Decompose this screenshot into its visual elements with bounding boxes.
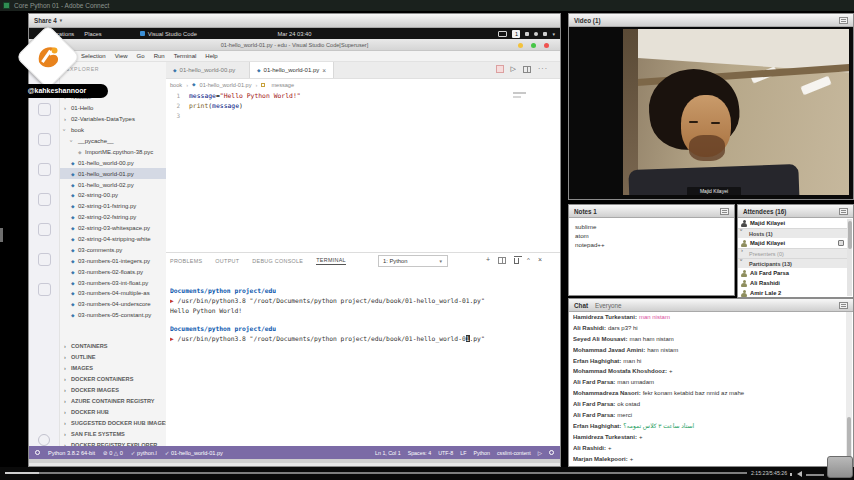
- scrollbar-thumb[interactable]: [848, 221, 852, 249]
- attendee-row[interactable]: Majid Kilayei: [738, 238, 847, 248]
- tree-item[interactable]: 02-Variables-DataTypes: [60, 114, 166, 125]
- kill-terminal-icon[interactable]: [514, 258, 519, 264]
- gear-icon[interactable]: [38, 434, 50, 446]
- search-icon[interactable]: [38, 133, 51, 146]
- speaker-icon[interactable]: [797, 471, 802, 477]
- tree-item[interactable]: 01-hello_world-01.py: [60, 168, 166, 179]
- remote-explorer-icon[interactable]: [38, 283, 51, 296]
- sync-icon[interactable]: [35, 450, 40, 455]
- code-line[interactable]: 2print(message): [166, 101, 520, 111]
- tree-item[interactable]: 01-Hello: [60, 103, 166, 114]
- tree-item[interactable]: 02-string-04-stripping-white: [60, 234, 166, 245]
- menu-item[interactable]: Terminal: [174, 53, 197, 59]
- corner-control-button[interactable]: [827, 456, 853, 478]
- editor-tab[interactable]: ◆ 01-hello_world-00.py ×: [166, 62, 250, 78]
- sidebar-section-header[interactable]: DOCKER REGISTRY EXPLORER: [60, 439, 166, 446]
- maximize-button[interactable]: [531, 43, 536, 48]
- network-icon[interactable]: [525, 32, 529, 36]
- close-button[interactable]: [544, 43, 549, 48]
- attendee-row[interactable]: Hosts (1): [738, 228, 847, 238]
- close-icon[interactable]: ×: [322, 67, 326, 74]
- tree-item[interactable]: ImportME.cpython-38.pyc: [60, 146, 166, 157]
- volume-icon[interactable]: [534, 32, 538, 36]
- collapsed-pod-handle[interactable]: [0, 228, 3, 242]
- diff-icon[interactable]: [496, 65, 504, 73]
- attendee-row[interactable]: Presenters (0): [738, 248, 847, 258]
- tree-item[interactable]: 03-numbers-05-constant.py: [60, 310, 166, 321]
- menu-item[interactable]: Selection: [81, 53, 106, 59]
- tree-item[interactable]: 02-string-02-fstring.py: [60, 212, 166, 223]
- split-editor-icon[interactable]: [523, 66, 531, 73]
- file-task-indicator[interactable]: ✓ 01-hello_world-01.py: [165, 450, 223, 456]
- extensions-icon[interactable]: [38, 223, 51, 236]
- minimap[interactable]: [513, 96, 521, 98]
- editor-tab[interactable]: ◆ 01-hello_world-01.py ×: [250, 62, 334, 78]
- maximize-panel-icon[interactable]: ^: [527, 256, 530, 264]
- notifications-icon[interactable]: [549, 450, 554, 455]
- new-terminal-icon[interactable]: +: [486, 256, 490, 264]
- source-control-icon[interactable]: [38, 163, 51, 176]
- close-panel-icon[interactable]: ×: [538, 256, 542, 264]
- share-pod-header[interactable]: Share 4 ▾: [29, 14, 560, 28]
- sidebar-section-header[interactable]: DOCKER CONTAINERS: [60, 373, 166, 384]
- sidebar-section-header[interactable]: IMAGES: [60, 362, 166, 373]
- tree-item[interactable]: 03-numbers-04-underscore: [60, 299, 166, 310]
- minimize-button[interactable]: [518, 43, 523, 48]
- feedback-icon[interactable]: ▷: [538, 450, 542, 456]
- sidebar-section-header[interactable]: AZURE CONTAINER REGISTRY: [60, 395, 166, 406]
- notes-pod-header[interactable]: Notes 1: [569, 205, 734, 218]
- seek-bar[interactable]: [5, 472, 747, 474]
- tree-item[interactable]: 02-string-03-whitespace.py: [60, 223, 166, 234]
- tree-item[interactable]: 03-numbers-04-multiple-as: [60, 288, 166, 299]
- run-debug-icon[interactable]: [38, 193, 51, 206]
- tree-item[interactable]: 03-numbers-03-int-float.py: [60, 277, 166, 288]
- tree-item[interactable]: 01-hello_world-02.py: [60, 179, 166, 190]
- tree-item[interactable]: 03-numbers-02-floats.py: [60, 266, 166, 277]
- desktop-clock[interactable]: Mar 24 03:40: [29, 31, 560, 37]
- pod-options-icon[interactable]: [720, 208, 729, 215]
- explorer-icon[interactable]: [38, 103, 51, 116]
- panel-tab[interactable]: DEBUG CONSOLE: [252, 258, 303, 264]
- attendee-row[interactable]: Ali Fard Parsa: [738, 268, 847, 278]
- sidebar-section-header[interactable]: SAN FILE SYSTEMS: [60, 428, 166, 439]
- problems-counter[interactable]: ⊘ 0 △ 0: [103, 450, 123, 456]
- attendee-row[interactable]: Participants (13): [738, 258, 847, 268]
- language-mode[interactable]: Python: [473, 450, 490, 456]
- terminal-output[interactable]: Documents/python project/edu▶ /usr/bin/p…: [170, 286, 550, 344]
- tree-item[interactable]: 02-string-01-fstring.py: [60, 201, 166, 212]
- tree-item[interactable]: book: [60, 125, 166, 136]
- panel-divider[interactable]: [166, 252, 560, 253]
- docker-icon[interactable]: [38, 253, 51, 266]
- attendee-row[interactable]: Majid Kilayei: [738, 218, 847, 228]
- split-terminal-icon[interactable]: [498, 257, 506, 264]
- breadcrumb-symbol[interactable]: message: [271, 82, 294, 88]
- eol[interactable]: LF: [460, 450, 466, 456]
- notes-body[interactable]: sublimeatomnotepad++: [569, 218, 734, 295]
- breadcrumb-file[interactable]: 01-hello_world-01.py: [200, 82, 252, 88]
- workspace-indicator[interactable]: 1: [512, 30, 520, 38]
- code-line[interactable]: 3: [166, 111, 520, 121]
- code-line[interactable]: 1message="Hello Python World!": [166, 91, 520, 101]
- minimap[interactable]: [513, 92, 526, 94]
- attendee-row[interactable]: Ali Rashidi: [738, 278, 847, 288]
- tree-item[interactable]: 01-hello_world-00.py: [60, 157, 166, 168]
- more-actions-icon[interactable]: ···: [538, 65, 548, 73]
- power-icon[interactable]: [543, 32, 547, 36]
- chat-scrollbar[interactable]: [846, 312, 852, 465]
- sidebar-section-header[interactable]: OUTLINE: [60, 351, 166, 362]
- panel-tab[interactable]: TERMINAL: [316, 257, 346, 265]
- cursor-position[interactable]: Ln 1, Col 1: [375, 450, 401, 456]
- indentation[interactable]: Spaces: 4: [408, 450, 432, 456]
- encoding[interactable]: UTF-8: [438, 450, 453, 456]
- tree-item[interactable]: 02-string-00.py: [60, 190, 166, 201]
- attendees-scrollbar[interactable]: [847, 219, 852, 296]
- breadcrumb-folder[interactable]: book: [170, 82, 182, 88]
- sidebar-section-header[interactable]: CONTAINERS: [60, 340, 166, 351]
- tree-item[interactable]: 03-comments.py: [60, 244, 166, 255]
- pod-options-icon[interactable]: [839, 208, 848, 215]
- sidebar-section-header[interactable]: SUGGESTED DOCKER HUB IMAGES: [60, 417, 166, 428]
- panel-tab[interactable]: OUTPUT: [215, 258, 239, 264]
- chat-messages[interactable]: Hamidreza Turkestani:man nistamAli Rashi…: [573, 312, 843, 464]
- chat-scope-tab[interactable]: Everyone: [595, 302, 622, 309]
- task-indicator[interactable]: ✓ python.l: [131, 450, 157, 456]
